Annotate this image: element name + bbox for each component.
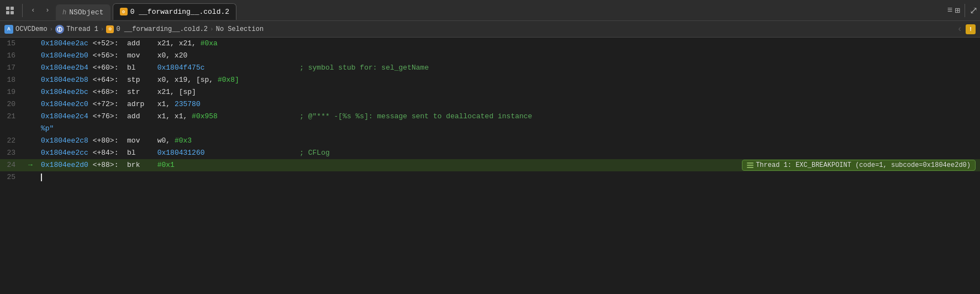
line-num-25: 25 — [0, 171, 22, 183]
code-16: 0x1804ee2b0 <+56>: mov x0, x20 — [39, 50, 980, 62]
divider2 — [965, 4, 965, 17]
breadcrumb-app[interactable]: OCVCDemo — [15, 25, 48, 33]
tab-forwarding-label: 0 __forwarding__.cold.2 — [130, 8, 229, 16]
thread-badge-label: Thread 1: EXC_BREAKPOINT (code=1, subcod… — [756, 161, 971, 169]
table-row: 20 0x1804ee2c0 <+72>: adrp x1, 235780 — [0, 98, 980, 111]
tab-bar-right-controls: ≡ ⊞ ⤢ — [947, 4, 978, 17]
tab-forwarding[interactable]: ⚙ 0 __forwarding__.cold.2 — [113, 3, 236, 20]
breadcrumb-selection: No Selection — [216, 25, 264, 33]
code-15: 0x1804ee2ac <+52>: add x21, x21, #0xa — [39, 38, 980, 50]
chevron-2: › — [101, 26, 104, 33]
line-num-17: 17 — [0, 62, 22, 74]
line-num-18: 18 — [0, 74, 22, 86]
lines-icon — [747, 162, 754, 168]
h-icon: h — [62, 9, 66, 17]
line-num-24: 24 — [0, 159, 22, 171]
divider — [22, 4, 23, 17]
chevron-1: › — [50, 26, 54, 33]
code-21-wrapped: %p" — [0, 123, 980, 135]
table-row: 25 — [0, 171, 980, 183]
split-icon[interactable]: ⊞ — [955, 5, 960, 16]
code-25 — [39, 171, 980, 183]
code-area: 15 0x1804ee2ac <+52>: add x21, x21, #0xa… — [0, 38, 980, 294]
expand-icon[interactable]: ⤢ — [970, 4, 978, 17]
breadcrumb-forwarding[interactable]: 0 __forwarding__.cold.2 — [116, 25, 208, 33]
back-nav-icon[interactable]: ‹ — [957, 24, 962, 34]
breadcrumb-orange-icon: ⚙ — [106, 25, 114, 33]
line-num-23: 23 — [0, 147, 22, 159]
table-row: 17 0x1804ee2b4 <+60>: bl 0x1804f475c ; s… — [0, 62, 980, 74]
tab-nsobject-label: NSObject — [69, 8, 103, 17]
code-19: 0x1804ee2bc <+68>: str x21, [sp] — [39, 86, 980, 98]
svg-rect-1 — [10, 7, 14, 10]
inspector-icon[interactable]: ≡ — [947, 6, 953, 15]
code-17: 0x1804ee2b4 <+60>: bl 0x1804f475c ; symb… — [39, 62, 980, 74]
table-row: 16 0x1804ee2b0 <+56>: mov x0, x20 — [0, 50, 980, 62]
table-row: 19 0x1804ee2bc <+68>: str x21, [sp] — [0, 86, 980, 98]
table-row: 15 0x1804ee2ac <+52>: add x21, x21, #0xa — [0, 38, 980, 50]
code-18: 0x1804ee2b8 <+64>: stp x0, x19, [sp, #0x… — [39, 74, 980, 86]
svg-rect-0 — [6, 7, 9, 10]
thread-badge-text: Thread 1: EXC_BREAKPOINT (code=1, subcod… — [742, 160, 976, 171]
breadcrumb-thread[interactable]: Thread 1 — [66, 25, 98, 33]
code-20: 0x1804ee2c0 <+72>: adrp x1, 235780 — [39, 98, 980, 111]
app-icon: A — [4, 25, 13, 34]
tab-orange-icon: ⚙ — [120, 8, 128, 15]
code-22: 0x1804ee2c8 <+80>: mov w0, #0x3 — [39, 135, 980, 147]
back-button[interactable]: ‹ — [27, 4, 39, 17]
tab-nsobject[interactable]: h NSObject — [56, 4, 110, 21]
breadcrumb-bar: A OCVCDemo › Thread 1 › ⚙ 0 __forwarding… — [0, 21, 980, 38]
arrow-24: → — [22, 159, 39, 171]
code-23: 0x1804ee2cc <+84>: bl 0x180431260 ; CFLo… — [39, 147, 980, 159]
code-21: 0x1804ee2c4 <+76>: add x1, x1, #0x958 ; … — [39, 111, 980, 123]
svg-rect-3 — [10, 11, 14, 14]
table-row: 18 0x1804ee2b8 <+64>: stp x0, x19, [sp, … — [0, 74, 980, 86]
line-num-19: 19 — [0, 86, 22, 98]
table-row: 22 0x1804ee2c8 <+80>: mov w0, #0x3 — [0, 135, 980, 147]
thread-icon — [55, 25, 64, 34]
table-row: 21 0x1804ee2c4 <+76>: add x1, x1, #0x958… — [0, 111, 980, 123]
tab-bar: ‹ › h NSObject ⚙ 0 __forwarding__.cold.2… — [0, 0, 980, 21]
grid-icon[interactable] — [2, 3, 18, 18]
line-num-16: 16 — [0, 50, 22, 62]
line-num-22: 22 — [0, 135, 22, 147]
svg-rect-2 — [6, 11, 9, 14]
breadcrumb-right: ‹ ! — [957, 24, 976, 34]
line-num-15: 15 — [0, 38, 22, 50]
line-num-20: 20 — [0, 98, 22, 111]
thread-badge: Thread 1: EXC_BREAKPOINT (code=1, subcod… — [742, 159, 976, 171]
chevron-3: › — [210, 26, 214, 33]
table-row: 23 0x1804ee2cc <+84>: bl 0x180431260 ; C… — [0, 147, 980, 159]
table-row: 24 → 0x1804ee2d0 <+88>: brk #0x1 Thread … — [0, 159, 980, 171]
warning-icon[interactable]: ! — [966, 24, 976, 34]
forward-button[interactable]: › — [41, 4, 54, 17]
line-num-21: 21 — [0, 111, 22, 123]
